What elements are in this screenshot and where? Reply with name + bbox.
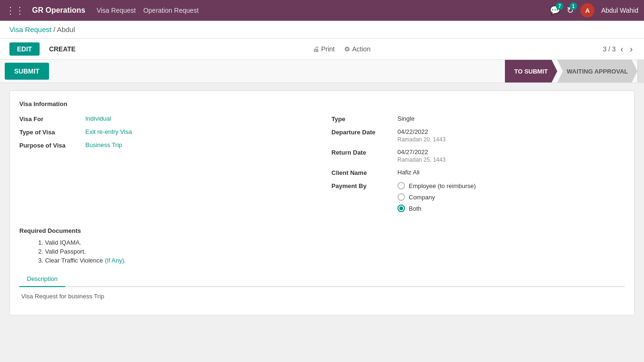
section-title: Visa Information [19,100,625,107]
nav-link-operation-request[interactable]: Operation Request [143,7,199,14]
brand-name: GR Operations [32,6,85,15]
breadcrumb: Visa Request / Abdul [0,21,644,39]
pager-next-button[interactable]: › [628,43,635,55]
toolbar-center: 🖨 Print ⚙ Action [313,45,371,53]
return-value: 04/27/2022 [397,148,446,156]
type-of-visa-value: Exit re-entry Visa [85,128,132,135]
visa-for-value: Individual [85,115,111,122]
top-navigation: ⋮⋮ GR Operations Visa Request Operation … [0,0,644,21]
toolbar-right: 3 / 3 ‹ › [603,43,635,55]
list-item: 1. Valid IQAMA. [38,239,625,246]
field-payment: Payment By Employee (to reimburse) Compa… [331,182,625,212]
client-value: Hafiz Ali [397,169,420,176]
print-button[interactable]: 🖨 Print [313,45,335,53]
edit-button[interactable]: EDIT [9,42,40,56]
field-departure: Departure Date 04/22/2022 Ramadan 20, 14… [331,128,625,143]
radio-both-label: Both [409,205,421,212]
departure-values: 04/22/2022 Ramadan 20, 1443 [397,128,446,143]
chat-badge: 7 [556,2,563,10]
type-label: Type [331,115,397,123]
purpose-label: Purpose of Visa [19,141,85,149]
list-item: 3. Clear Traffic Violence (If Any). [38,257,625,264]
apps-icon[interactable]: ⋮⋮ [6,5,25,16]
username-label[interactable]: Abdul Wahid [601,7,638,14]
scrollbar[interactable] [637,60,644,82]
status-steps: TO SUBMIT WAITING APPROVAL [505,60,644,82]
radio-employee-label: Employee (to reimburse) [409,182,476,189]
description-tab: Description Visa Request for business Tr… [19,272,625,305]
breadcrumb-parent[interactable]: Visa Request [9,25,51,33]
pager-label: 3 / 3 [603,45,616,53]
submit-button[interactable]: SUBMIT [5,63,49,80]
action-button[interactable]: ⚙ Action [344,45,371,53]
radio-employee-circle [397,182,405,189]
tab-header: Description [19,272,625,287]
list-item: 2. Valid Passport. [38,248,625,255]
field-visa-for: Visa For Individual [19,115,313,123]
field-type: Type Single [331,115,625,123]
tab-content-description: Visa Request for business Trip [19,287,625,305]
payment-radio-group: Employee (to reimburse) Company Both [397,182,476,212]
refresh-badge: 1 [570,2,577,10]
required-docs-title: Required Documents [19,227,625,234]
departure-hijri: Ramadan 20, 1443 [397,136,446,143]
status-bar: SUBMIT TO SUBMIT WAITING APPROVAL [0,60,644,83]
radio-both[interactable]: Both [397,205,476,212]
field-client: Client Name Hafiz Ali [331,169,625,176]
client-label: Client Name [331,169,397,176]
doc-highlight: (If Any). [105,257,126,264]
nav-link-visa-request[interactable]: Visa Request [97,7,136,14]
main-content: Visa Information Visa For Individual Typ… [0,83,644,355]
departure-value: 04/22/2022 [397,128,446,135]
status-step-to-submit: TO SUBMIT [505,60,557,82]
refresh-icon-wrap[interactable]: ↻ 1 [567,5,574,16]
chat-icon-wrap[interactable]: 💬 7 [550,5,560,16]
type-of-visa-label: Type of Visa [19,128,85,136]
topnav-right: 💬 7 ↻ 1 A Abdul Wahid [550,3,638,17]
return-values: 04/27/2022 Ramadan 25, 1443 [397,148,446,163]
payment-label: Payment By [331,182,397,189]
form-card: Visa Information Visa For Individual Typ… [9,90,635,315]
departure-label: Departure Date [331,128,397,136]
toolbar: EDIT CREATE 🖨 Print ⚙ Action 3 / 3 ‹ › [0,39,644,60]
radio-company[interactable]: Company [397,193,476,201]
form-row-main: Visa For Individual Type of Visa Exit re… [19,115,625,218]
user-avatar[interactable]: A [580,3,594,17]
purpose-value: Business Trip [85,141,122,148]
visa-for-label: Visa For [19,115,85,123]
tab-description[interactable]: Description [19,272,65,287]
form-col-left: Visa For Individual Type of Visa Exit re… [19,115,313,218]
return-label: Return Date [331,148,397,156]
printer-icon: 🖨 [313,45,319,53]
return-hijri: Ramadan 25, 1443 [397,156,446,163]
breadcrumb-current: Abdul [57,25,75,33]
radio-company-circle [397,193,405,201]
field-purpose: Purpose of Visa Business Trip [19,141,313,149]
pager-prev-button[interactable]: ‹ [619,43,625,55]
doc-list: 1. Valid IQAMA. 2. Valid Passport. 3. Cl… [19,239,625,264]
radio-both-circle [397,205,405,212]
breadcrumb-separator: / [53,25,57,33]
radio-employee[interactable]: Employee (to reimburse) [397,182,476,189]
type-value: Single [397,115,414,122]
form-col-right: Type Single Departure Date 04/22/2022 Ra… [331,115,625,218]
create-button[interactable]: CREATE [44,42,81,56]
radio-company-label: Company [409,194,435,201]
field-return: Return Date 04/27/2022 Ramadan 25, 1443 [331,148,625,163]
gear-icon: ⚙ [344,45,350,53]
required-docs-section: Required Documents 1. Valid IQAMA. 2. Va… [19,227,625,264]
field-type-of-visa: Type of Visa Exit re-entry Visa [19,128,313,136]
status-step-waiting-approval: WAITING APPROVAL [557,60,637,82]
